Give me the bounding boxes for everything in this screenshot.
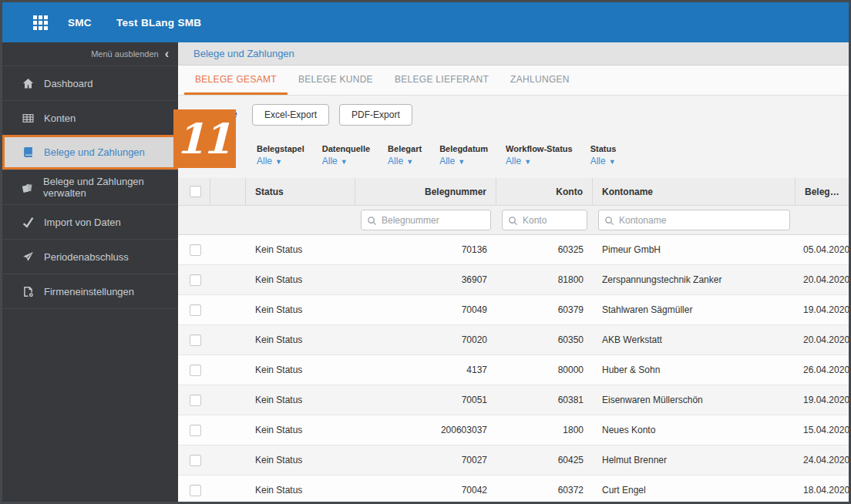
konto-cell: 60372 (496, 485, 593, 496)
filter-value-dropdown[interactable]: Alle▼ (322, 156, 348, 166)
sidebar-item-belege-und-zahlungen[interactable]: Belege und Zahlungen (2, 135, 178, 170)
doc-gear-icon (22, 285, 34, 297)
status-cell: Kein Status (246, 274, 355, 285)
table-row[interactable]: Kein Status 70042 60372 Curt Engel 18.04… (178, 475, 849, 502)
paper-plane-icon (22, 250, 34, 263)
filter-belegstapel: Belegstapel Alle▼ (257, 144, 304, 167)
filter-value-dropdown[interactable]: Alle▼ (590, 156, 616, 166)
sidebar-item-label: Belege und Zahlungen verwalten (43, 176, 178, 199)
table-row[interactable]: Kein Status 70027 60425 Helmut Brenner 2… (178, 445, 849, 475)
konto-cell: 60379 (496, 304, 593, 315)
table-row[interactable]: Kein Status 4137 80000 Huber & Sohn 26.0… (178, 355, 849, 385)
sidebar-items: Dashboard Konten Belege und Zahlungen Be… (2, 66, 178, 308)
table-header: Status Belegnummer Konto Kontoname Beleg… (178, 178, 849, 206)
row-checkbox[interactable] (190, 244, 201, 256)
sidebar-item-dashboard[interactable]: Dashboard (2, 66, 178, 100)
chevron-down-icon: ▼ (341, 158, 348, 166)
row-checkbox[interactable] (190, 395, 201, 406)
chevron-down-icon: ▼ (406, 158, 413, 166)
breadcrumb[interactable]: Belege und Zahlungen (193, 48, 294, 59)
row-checkbox[interactable] (190, 425, 201, 436)
filter-label: Belegstapel (257, 144, 304, 153)
table-row[interactable]: Kein Status 70051 60381 Eisenwaren Mülle… (178, 385, 849, 415)
table-row[interactable]: Kein Status 70136 60325 Pimeur GmbH 05.0… (178, 235, 849, 265)
filter-status: Status Alle▼ (590, 144, 617, 167)
filter-value-dropdown[interactable]: Alle▼ (257, 156, 282, 166)
app-grid-icon[interactable] (33, 15, 48, 30)
top-bar: SMC Test BLang SMB (2, 2, 849, 42)
column-header-belegdatum[interactable]: Beleg… (796, 178, 849, 205)
column-header-empty (210, 178, 246, 205)
status-cell: Kein Status (246, 304, 355, 315)
status-cell: Kein Status (246, 365, 355, 375)
kontoname-search (598, 210, 790, 230)
filter-label: Workflow-Status (506, 144, 573, 153)
row-checkbox[interactable] (190, 274, 201, 286)
check-icon (22, 216, 34, 228)
belegdatum-cell: 24.04.2020 (796, 455, 849, 465)
sidebar-filler (2, 308, 178, 502)
sidebar-item-belege-und-zahlungen-verwalten[interactable]: Belege und Zahlungen verwalten (2, 170, 178, 204)
filter-label: Belegdatum (439, 144, 488, 153)
pdf-export-button[interactable]: PDF-Export (339, 104, 412, 126)
kontoname-cell: Huber & Sohn (593, 365, 796, 375)
belegdatum-cell: 26.04.2020 (796, 365, 849, 375)
filter-label: Datenquelle (322, 144, 370, 153)
kontoname-cell: Zerspannungstechnik Zanker (593, 274, 796, 285)
chevron-down-icon: ▼ (524, 158, 531, 166)
tab-belege-gesamt[interactable]: BELEGE GESAMT (184, 66, 288, 95)
excel-export-button[interactable]: Excel-Export (252, 104, 329, 126)
sidebar-item-firmeneinstellungen[interactable]: Firmeneinstellungen (2, 274, 178, 308)
tab-belege-lieferant[interactable]: BELEGE LIEFERANT (384, 66, 500, 95)
konto-cell: 60350 (496, 334, 593, 345)
konto-cell: 60381 (496, 395, 593, 405)
belegnummer-cell: 70042 (355, 485, 496, 496)
column-header-belegnummer[interactable]: Belegnummer (355, 178, 496, 205)
app-name: SMC (68, 17, 92, 29)
belegnummer-search (361, 210, 491, 230)
filter-label: Belegart (388, 144, 422, 153)
column-header-kontoname[interactable]: Kontoname (593, 178, 796, 205)
filter-workflow-status: Workflow-Status Alle▼ (506, 144, 573, 167)
row-checkbox[interactable] (190, 304, 201, 316)
row-checkbox[interactable] (190, 365, 201, 376)
belegnummer-search-input[interactable] (361, 210, 491, 230)
status-cell: Kein Status (246, 425, 355, 435)
breadcrumb-bar: Belege und Zahlungen (178, 42, 849, 66)
belegnummer-cell: 70051 (355, 395, 496, 405)
column-header-konto[interactable]: Konto (496, 178, 593, 205)
table-row[interactable]: Kein Status 36907 81800 Zerspannungstech… (178, 265, 849, 295)
select-all-checkbox[interactable] (190, 186, 201, 197)
row-checkbox[interactable] (190, 485, 201, 496)
kontoname-search-input[interactable] (598, 210, 790, 230)
tab-zahlungen[interactable]: ZAHLUNGEN (500, 66, 580, 95)
column-header-status[interactable]: Status (246, 178, 355, 205)
belegnummer-cell: 70049 (355, 304, 496, 315)
konto-search (502, 210, 587, 230)
row-checkbox[interactable] (190, 455, 201, 466)
tab-label: BELEGE KUNDE (298, 74, 373, 85)
konto-search-input[interactable] (502, 210, 587, 230)
sidebar-item-import-von-daten[interactable]: Import von Daten (2, 204, 178, 239)
filter-value-dropdown[interactable]: Alle▼ (506, 156, 531, 166)
tab-belege-kunde[interactable]: BELEGE KUNDE (288, 66, 384, 95)
book-icon (22, 146, 34, 159)
chevron-down-icon: ▼ (609, 158, 616, 166)
sidebar-item-label: Import von Daten (44, 217, 121, 228)
kontoname-cell: Eisenwaren Müllerschön (593, 395, 796, 405)
table-row[interactable]: Kein Status 70049 60379 Stahlwaren Sägmü… (178, 295, 849, 325)
filter-value-dropdown[interactable]: Alle▼ (439, 156, 465, 166)
row-checkbox[interactable] (190, 334, 201, 346)
konto-cell: 60325 (496, 244, 593, 255)
sidebar-item-konten[interactable]: Konten (2, 100, 178, 135)
filter-value-dropdown[interactable]: Alle▼ (388, 156, 413, 166)
belegdatum-cell: 15.04.2020 (796, 425, 849, 435)
kontoname-cell: Neues Konto (593, 425, 796, 435)
belegnummer-cell: 4137 (355, 365, 496, 375)
table-row[interactable]: Kein Status 200603037 1800 Neues Konto 1… (178, 415, 849, 445)
konto-cell: 1800 (496, 425, 593, 435)
hide-menu-button[interactable]: Menü ausblenden ‹ (2, 42, 178, 66)
tab-label: BELEGE LIEFERANT (395, 74, 489, 85)
sidebar-item-periodenabschluss[interactable]: Periodenabschluss (2, 239, 178, 274)
table-row[interactable]: Kein Status 70020 60350 AKB Werkstatt 20… (178, 325, 849, 355)
